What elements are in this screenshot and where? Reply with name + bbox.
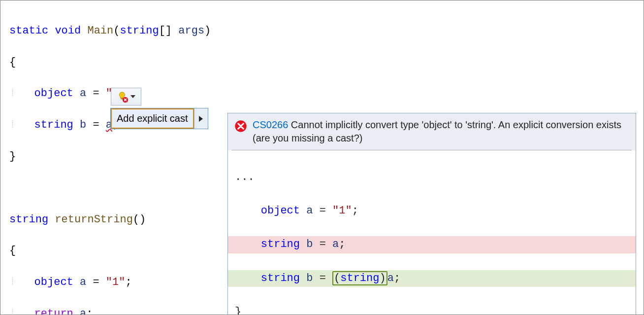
error-code-link[interactable]: CS0266 bbox=[253, 119, 288, 130]
inserted-cast-highlight: (string) bbox=[332, 271, 387, 285]
quickfix-expand-button[interactable] bbox=[194, 108, 208, 129]
diff-added-line: string b = (string)a; bbox=[228, 270, 636, 287]
quickfix-add-explicit-cast[interactable]: Add explicit cast bbox=[111, 108, 194, 129]
chevron-right-icon bbox=[199, 116, 203, 122]
error-squiggle[interactable]: a bbox=[80, 308, 86, 315]
quickfix-menu: Add explicit cast bbox=[110, 108, 208, 129]
keyword-static: static bbox=[9, 25, 48, 37]
code-line: { bbox=[9, 55, 635, 70]
fix-preview-panel: CS0266 Cannot implicitly convert type 'o… bbox=[227, 113, 636, 315]
error-message: Cannot implicitly convert type 'object' … bbox=[253, 119, 621, 143]
diff-context-line: } bbox=[228, 304, 636, 315]
keyword-void: void bbox=[55, 25, 81, 37]
preview-diff: ... object a = "1"; string b = a; string… bbox=[228, 150, 636, 315]
error-icon bbox=[234, 119, 248, 133]
code-line: ⸽ object a = "1"; bbox=[9, 86, 635, 102]
method-name: Main bbox=[87, 25, 113, 37]
lightbulb-button[interactable] bbox=[111, 88, 141, 105]
lightbulb-error-icon bbox=[117, 91, 128, 102]
diff-removed-line: string b = a; bbox=[228, 236, 636, 253]
code-line: static void Main(string[] args) bbox=[9, 23, 635, 39]
chevron-down-icon bbox=[130, 95, 135, 98]
ellipsis: ... bbox=[228, 169, 636, 186]
diff-context-line: object a = "1"; bbox=[228, 203, 636, 219]
preview-error-text: CS0266 Cannot implicitly convert type 'o… bbox=[253, 118, 630, 145]
preview-header: CS0266 Cannot implicitly convert type 'o… bbox=[228, 113, 636, 150]
